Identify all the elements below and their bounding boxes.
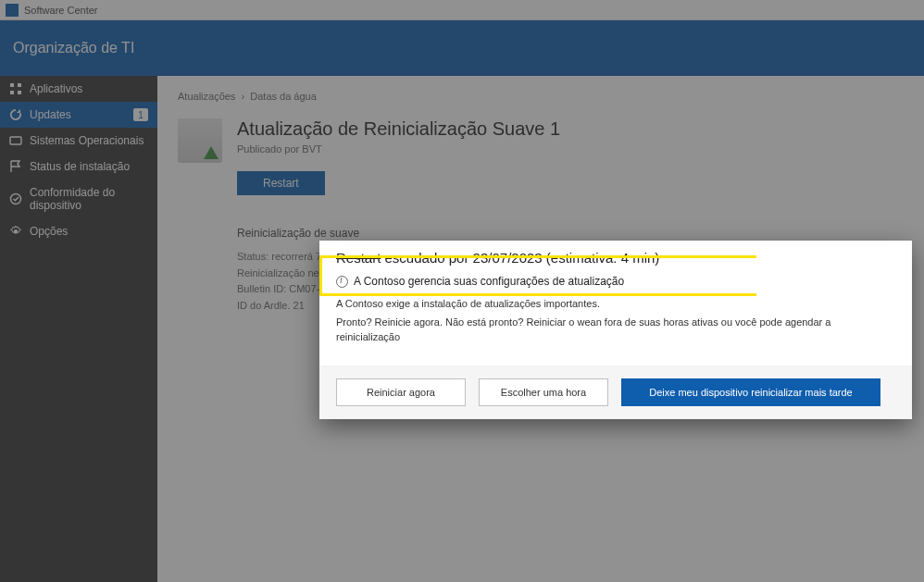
restart-later-button[interactable]: Deixe meu dispositivo reinicializar mais… xyxy=(621,378,880,406)
restart-now-button[interactable]: Reiniciar agora xyxy=(336,378,466,406)
dialog-title: Restart escudado por 23/07/2023 (estimat… xyxy=(336,250,895,266)
dialog-body-line1: A Contoso exige a instalação de atualiza… xyxy=(336,297,895,312)
dialog-body-line2: Pronto? Reinicie agora. Não está pronto?… xyxy=(336,316,895,345)
info-icon xyxy=(336,276,348,288)
pick-time-button[interactable]: Escolher uma hora xyxy=(479,378,608,406)
dialog-managed-info: A Contoso gerencia suas configurações de… xyxy=(336,275,895,288)
dialog-info-text: A Contoso gerencia suas configurações de… xyxy=(354,275,624,288)
dialog-button-row: Reiniciar agora Escolher uma hora Deixe … xyxy=(319,365,912,419)
restart-dialog: Restart escudado por 23/07/2023 (estimat… xyxy=(319,241,912,419)
